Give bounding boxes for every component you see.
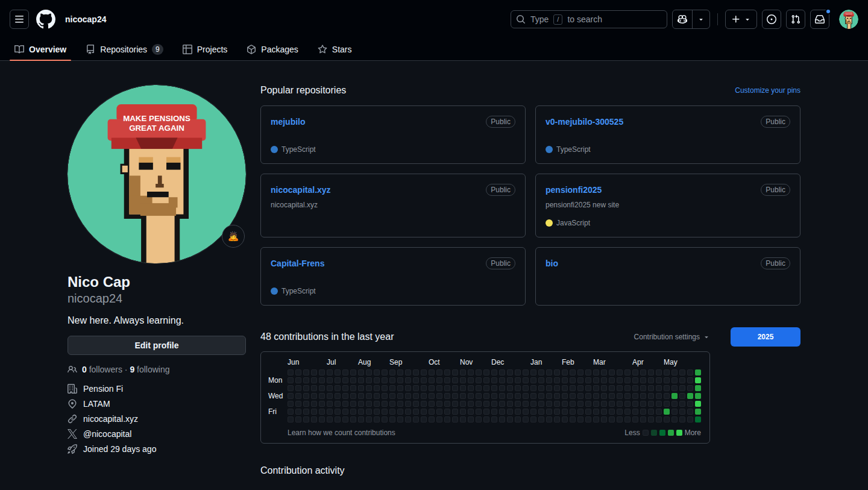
contribution-cell[interactable] [295, 393, 301, 399]
contribution-cell[interactable] [350, 385, 356, 391]
contribution-cell[interactable] [397, 416, 403, 422]
contribution-cell[interactable] [515, 377, 521, 383]
contribution-cell[interactable] [483, 377, 489, 383]
contribution-cell[interactable] [483, 409, 489, 415]
contribution-cell[interactable] [389, 377, 395, 383]
contribution-cell[interactable] [515, 416, 521, 422]
contribution-cell[interactable] [570, 377, 576, 383]
contribution-cell[interactable] [460, 377, 466, 383]
contribution-cell[interactable] [530, 409, 536, 415]
contribution-cell[interactable] [429, 385, 435, 391]
contribution-cell[interactable] [452, 369, 458, 375]
contribution-cell[interactable] [538, 393, 544, 399]
contribution-cell[interactable] [671, 401, 678, 407]
contribution-cell[interactable] [656, 393, 662, 399]
contribution-cell[interactable] [327, 385, 333, 391]
contribution-cell[interactable] [319, 385, 325, 391]
contribution-cell[interactable] [483, 369, 489, 375]
contribution-cell[interactable] [624, 369, 631, 375]
contribution-cell[interactable] [413, 401, 419, 407]
contribution-cell[interactable] [436, 369, 442, 375]
contribution-cell[interactable] [444, 393, 450, 399]
contribution-cell[interactable] [350, 377, 356, 383]
create-new-button[interactable] [725, 10, 757, 29]
contribution-cell[interactable] [585, 369, 591, 375]
contribution-cell[interactable] [374, 416, 380, 422]
contribution-cell[interactable] [562, 393, 568, 399]
contribution-cell[interactable] [554, 385, 560, 391]
contribution-cell[interactable] [382, 401, 388, 407]
search-input[interactable]: Type / to search [511, 10, 667, 28]
contribution-cell[interactable] [554, 401, 560, 407]
contribution-cell[interactable] [499, 409, 505, 415]
contribution-cell[interactable] [624, 393, 631, 399]
contribution-cell[interactable] [546, 385, 552, 391]
contribution-cell[interactable] [530, 369, 536, 375]
contribution-cell[interactable] [562, 401, 568, 407]
contribution-cell[interactable] [687, 393, 693, 399]
contribution-cell[interactable] [413, 385, 419, 391]
contribution-cell[interactable] [452, 377, 458, 383]
contribution-cell[interactable] [656, 369, 662, 375]
contribution-cell[interactable] [530, 401, 536, 407]
contribution-cell[interactable] [546, 393, 552, 399]
contribution-cell[interactable] [499, 385, 505, 391]
contribution-cell[interactable] [350, 416, 356, 422]
contribution-cell[interactable] [436, 416, 442, 422]
contribution-cell[interactable] [311, 377, 317, 383]
contribution-cell[interactable] [303, 401, 309, 407]
contribution-cell[interactable] [303, 377, 309, 383]
contribution-cell[interactable] [382, 393, 388, 399]
contribution-cell[interactable] [609, 409, 615, 415]
contribution-cell[interactable] [679, 401, 685, 407]
contribution-cell[interactable] [468, 409, 474, 415]
status-emoji-badge[interactable]: 🙇 [222, 225, 245, 248]
contribution-cell[interactable] [515, 409, 521, 415]
contribution-cell[interactable] [358, 416, 364, 422]
contribution-cell[interactable] [374, 409, 380, 415]
contribution-cell[interactable] [311, 416, 317, 422]
contribution-cell[interactable] [577, 393, 583, 399]
contribution-cell[interactable] [648, 377, 654, 383]
contribution-cell[interactable] [679, 385, 685, 391]
contribution-cell[interactable] [460, 409, 466, 415]
contribution-cell[interactable] [624, 416, 631, 422]
contribution-cell[interactable] [523, 401, 529, 407]
contribution-cell[interactable] [648, 369, 654, 375]
contribution-cell[interactable] [656, 409, 662, 415]
customize-pins-link[interactable]: Customize your pins [735, 86, 800, 95]
contribution-cell[interactable] [538, 416, 544, 422]
contribution-cell[interactable] [452, 393, 458, 399]
contribution-cell[interactable] [468, 393, 474, 399]
repo-link[interactable]: v0-mejubilo-300525 [546, 117, 623, 127]
contribution-cell[interactable] [476, 377, 482, 383]
contribution-cell[interactable] [538, 401, 544, 407]
contribution-cell[interactable] [483, 385, 489, 391]
contribution-cell[interactable] [476, 393, 482, 399]
contribution-cell[interactable] [335, 393, 341, 399]
contribution-cell[interactable] [538, 369, 544, 375]
contribution-cell[interactable] [491, 401, 497, 407]
repo-link[interactable]: Capital-Frens [271, 259, 324, 268]
contribution-cell[interactable] [366, 401, 372, 407]
contribution-cell[interactable] [413, 377, 419, 383]
contribution-cell[interactable] [601, 416, 607, 422]
contribution-cell[interactable] [656, 385, 662, 391]
contribution-cell[interactable] [429, 369, 435, 375]
contribution-cell[interactable] [679, 416, 685, 422]
contribution-cell[interactable] [319, 369, 325, 375]
contribution-cell[interactable] [295, 369, 301, 375]
contribution-cell[interactable] [648, 385, 654, 391]
contribution-cell[interactable] [476, 409, 482, 415]
contribution-cell[interactable] [405, 369, 411, 375]
website-link[interactable]: nicocapital.xyz [83, 414, 138, 424]
header-username[interactable]: nicocap24 [65, 14, 106, 24]
contribution-cell[interactable] [523, 385, 529, 391]
contribution-cell[interactable] [664, 385, 670, 391]
contribution-cell[interactable] [311, 369, 317, 375]
contribution-settings-dropdown[interactable]: Contribution settings [634, 333, 710, 341]
contribution-cell[interactable] [429, 377, 435, 383]
contribution-cell[interactable] [444, 416, 450, 422]
repo-link[interactable]: pensionfi2025 [546, 185, 602, 195]
contribution-cell[interactable] [593, 416, 599, 422]
